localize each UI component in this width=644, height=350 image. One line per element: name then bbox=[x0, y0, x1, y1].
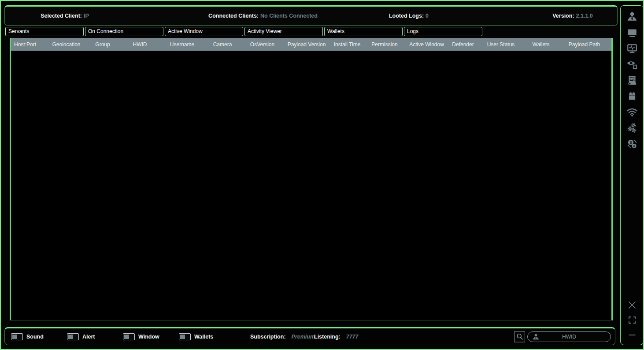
col-header-defender[interactable]: Defender bbox=[449, 41, 477, 48]
sidebar-icon-stack: $ ¢ bbox=[625, 11, 639, 149]
version-status: Version:2.1.1.0 bbox=[552, 13, 593, 19]
subscription-label: Subscription: bbox=[250, 334, 286, 340]
spy-icon[interactable] bbox=[625, 11, 639, 22]
version-value: 2.1.1.0 bbox=[576, 13, 593, 19]
table-header-row: Host:Port Geolocation Group HWID Usernam… bbox=[11, 38, 611, 51]
wallets-toggle-label: Wallets bbox=[194, 334, 213, 340]
col-header-payload-version[interactable]: Payload Version bbox=[284, 41, 329, 48]
col-header-permission[interactable]: Permission bbox=[365, 41, 404, 48]
tab-logs[interactable]: Logs bbox=[404, 27, 482, 36]
tab-on-connection[interactable]: On Connection bbox=[85, 27, 163, 36]
sound-toggle[interactable] bbox=[11, 333, 23, 340]
alert-toggle[interactable] bbox=[67, 333, 79, 340]
package-icon[interactable] bbox=[625, 90, 639, 102]
toggle-knob bbox=[12, 335, 17, 339]
hwid-search-input[interactable] bbox=[528, 331, 611, 342]
col-header-wallets[interactable]: Wallets bbox=[525, 41, 557, 48]
logs-scroll-icon[interactable] bbox=[625, 74, 639, 86]
looted-logs-status: Looted Logs:0 bbox=[389, 13, 429, 19]
col-header-hwid[interactable]: HWID bbox=[119, 41, 160, 48]
selected-client-status: Selected Client:IP bbox=[41, 13, 89, 19]
alert-toggle-group: Alert bbox=[67, 333, 95, 340]
col-header-host-port[interactable]: Host:Port bbox=[11, 41, 47, 48]
subscription-value: Premium bbox=[292, 334, 315, 340]
col-header-group[interactable]: Group bbox=[86, 41, 119, 48]
toggle-knob bbox=[68, 335, 73, 339]
svg-text:$: $ bbox=[629, 140, 632, 145]
listening-status: Listening:7777 bbox=[314, 334, 359, 340]
col-header-camera[interactable]: Camera bbox=[204, 41, 241, 48]
eye-viewer-icon[interactable] bbox=[625, 59, 639, 70]
client-person-icon bbox=[532, 333, 540, 341]
sound-toggle-group: Sound bbox=[11, 333, 44, 340]
looted-logs-value: 0 bbox=[426, 13, 429, 19]
minimize-icon[interactable] bbox=[626, 331, 638, 339]
tab-active-window[interactable]: Active Window bbox=[165, 27, 243, 36]
col-header-install-time[interactable]: Install Time bbox=[329, 41, 365, 48]
tab-bar: Servants On Connection Active Window Act… bbox=[5, 27, 482, 36]
bottom-bar: Sound Alert Window Wallets Subscription:… bbox=[4, 327, 615, 345]
app-window: Selected Client:IP Connected Clients:No … bbox=[0, 0, 644, 350]
wifi-icon[interactable] bbox=[625, 106, 639, 118]
looted-logs-label: Looted Logs: bbox=[389, 13, 424, 19]
window-toggle-group: Window bbox=[123, 333, 159, 340]
subscription-status: Subscription:Premium bbox=[250, 334, 315, 340]
activity-monitor-icon[interactable] bbox=[625, 43, 639, 54]
search-icon bbox=[516, 333, 524, 341]
tab-activity-viewer[interactable]: Activity Viewer bbox=[244, 27, 323, 36]
listening-value: 7777 bbox=[346, 334, 359, 340]
connected-clients-value: No Clients Connected bbox=[260, 13, 318, 19]
gears-icon[interactable] bbox=[625, 122, 639, 134]
sidebar-toolbar: $ ¢ bbox=[620, 5, 644, 345]
col-header-active-window[interactable]: Active Window bbox=[404, 41, 449, 48]
svg-text:¢: ¢ bbox=[633, 144, 635, 148]
tab-wallets[interactable]: Wallets bbox=[324, 27, 403, 36]
col-header-osversion[interactable]: OsVersion bbox=[241, 41, 284, 48]
client-list-area[interactable] bbox=[11, 51, 611, 320]
window-toggle-label: Window bbox=[138, 334, 159, 340]
wallets-toggle-group: Wallets bbox=[179, 333, 213, 340]
col-header-geolocation[interactable]: Geolocation bbox=[47, 41, 86, 48]
connected-clients-status: Connected Clients:No Clients Connected bbox=[208, 13, 318, 19]
window-toggle[interactable] bbox=[123, 333, 135, 340]
alert-toggle-label: Alert bbox=[82, 334, 95, 340]
wallets-toggle[interactable] bbox=[179, 333, 191, 340]
selected-client-label: Selected Client: bbox=[41, 13, 82, 19]
col-header-payload-path[interactable]: Payload Path bbox=[557, 41, 611, 48]
listening-label: Listening: bbox=[314, 334, 341, 340]
hwid-search-field bbox=[527, 331, 611, 342]
top-status-panel: Selected Client:IP Connected Clients:No … bbox=[4, 5, 618, 26]
version-label: Version: bbox=[552, 13, 574, 19]
tab-servants[interactable]: Servants bbox=[5, 27, 84, 36]
connected-clients-label: Connected Clients: bbox=[208, 13, 259, 19]
toggle-knob bbox=[124, 335, 129, 339]
col-header-username[interactable]: Username bbox=[160, 41, 204, 48]
fullscreen-icon[interactable] bbox=[626, 316, 638, 324]
sound-toggle-label: Sound bbox=[26, 334, 44, 340]
window-controls bbox=[626, 301, 638, 339]
selected-client-value: IP bbox=[84, 13, 89, 19]
toggle-knob bbox=[180, 335, 185, 339]
col-header-user-status[interactable]: User Status bbox=[477, 41, 525, 48]
close-icon[interactable] bbox=[626, 301, 638, 309]
monitor-icon[interactable] bbox=[625, 27, 639, 38]
currency-exchange-icon[interactable]: $ ¢ bbox=[625, 138, 639, 149]
search-button[interactable] bbox=[514, 331, 525, 342]
clients-table: Host:Port Geolocation Group HWID Usernam… bbox=[10, 38, 613, 320]
